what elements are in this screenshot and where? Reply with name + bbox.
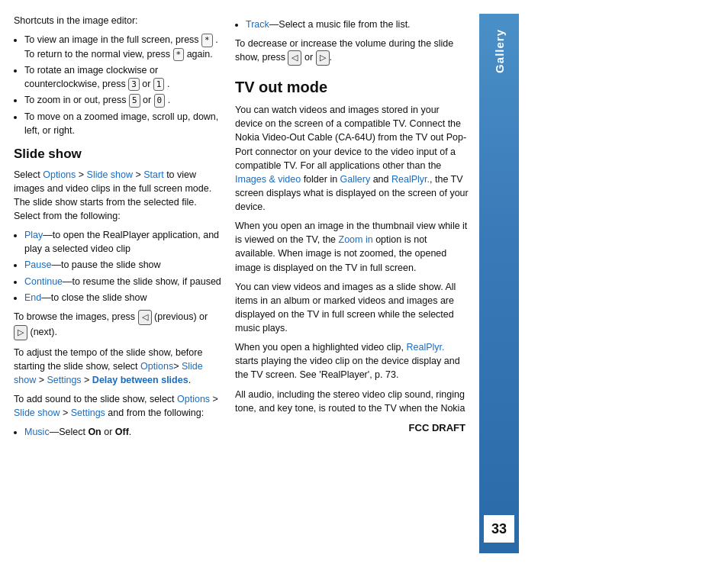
page-number: 33 [484,515,514,543]
play-item: Play—to open the RealPlayer application,… [24,228,221,256]
gallery-label: Gallery [493,29,506,73]
music-link: Music [24,427,50,437]
options-link3: Options [177,394,210,404]
tv-para3: You can view videos and images as a slid… [235,280,469,336]
tv-para1: You can watch videos and images stored i… [235,103,469,214]
key-3: 3 [128,78,140,91]
slide-show-intro: Select Options > Slide show > Start to v… [14,168,221,224]
fcc-draft: FCC DRAFT [235,421,469,436]
slide-show-items: Play—to open the RealPlayer application,… [14,228,221,304]
vol-up-btn: ▷ [316,50,330,66]
track-link: Track [246,19,269,30]
slideshow-link3: Slide show [14,408,60,418]
options-link: Options [43,169,76,180]
pause-item: Pause—to pause the slide show [24,258,221,272]
end-item: End—to close the slide show [24,291,221,304]
track-item: Track—Select a music file from the list. [246,18,469,31]
main-content: Shortcuts in the image editor: To view a… [0,0,728,567]
key-0: 0 [154,94,166,107]
end-link: End [24,292,41,303]
shortcut-item-2: To rotate an image clockwise or counterc… [24,63,221,92]
vol-down-btn: ◁ [288,50,301,66]
sound-items: Music—Select On or Off. [14,425,221,439]
play-link: Play [24,230,43,240]
volume-text: To decrease or increase the volume durin… [235,37,469,66]
right-sidebar: Gallery 33 [479,14,519,553]
start-link: Start [143,169,163,180]
shortcuts-section: Shortcuts in the image editor: To view a… [14,14,221,137]
delay-link: Delay between slides [92,375,188,385]
tv-para5: All audio, including the stereo video cl… [235,388,469,415]
sound-text: To add sound to the slide show, select O… [14,392,221,420]
shortcut-item-4: To move on a zoomed image, scroll up, do… [24,110,221,137]
next-btn: ▷ [14,325,27,340]
shortcut-item-3: To zoom in or out, press 5 or 0 . [24,93,221,107]
slide-show-heading: Slide show [14,145,221,164]
off-text: Off [115,427,129,437]
key-star: * [201,34,213,47]
prev-btn: ◁ [138,310,152,325]
settings-link2: Settings [71,408,105,418]
continue-link: Continue [24,276,63,287]
on-text: On [88,427,101,437]
options-link2: Options [140,361,173,372]
key-star2: * [173,48,185,61]
tv-para2: When you open an image in the thumbnail … [235,219,469,275]
track-list: Track—Select a music file from the list. [235,18,469,31]
images-video-link: Images & video [235,174,301,185]
slideshow-link: Slide show [87,169,133,180]
realplyr-link2: RealPlyr. [406,342,444,353]
music-item: Music—Select On or Off. [24,425,221,439]
key-1: 1 [153,78,165,91]
pause-link: Pause [24,259,51,270]
key-5: 5 [129,94,140,107]
continue-item: Continue—to resume the slide show, if pa… [24,275,221,288]
tempo-text: To adjust the tempo of the slide show, b… [14,346,221,387]
browse-text: To browse the images, press ◁ (previous)… [14,310,221,340]
settings-link: Settings [47,375,81,385]
shortcuts-heading: Shortcuts in the image editor: [14,14,221,27]
shortcuts-list: To view an image in the full screen, pre… [14,33,221,137]
zoom-in-link: Zoom in [339,234,373,245]
shortcut-item-1: To view an image in the full screen, pre… [24,33,221,61]
tv-out-heading: TV out mode [235,76,469,98]
tv-para4: When you open a highlighted video clip, … [235,340,469,382]
left-column: Shortcuts in the image editor: To view a… [14,14,235,553]
right-column: Track—Select a music file from the list.… [235,14,479,553]
realplyr-link: RealPlyr. [391,174,430,185]
gallery-link: Gallery [340,174,371,185]
